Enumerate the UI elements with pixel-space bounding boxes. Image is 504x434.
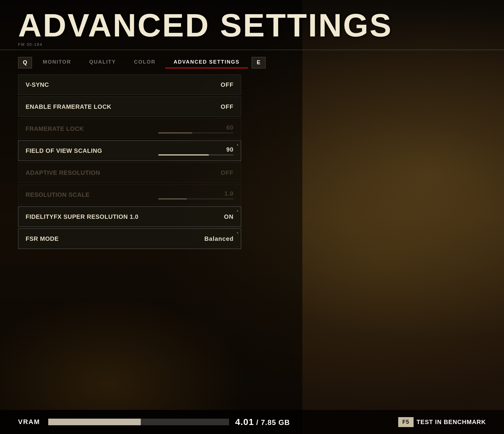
- tab-advanced-settings[interactable]: ADVANCED SETTINGS: [165, 57, 248, 68]
- fsr-star: *: [237, 231, 238, 236]
- setting-fidelityfx-sr[interactable]: FidelityFX Super Resolution 1.0 ON *: [18, 206, 241, 227]
- setting-adaptive-resolution: Adaptive Resolution OFF: [18, 162, 241, 183]
- fov-scaling-right: 90: [149, 146, 234, 156]
- f5-key[interactable]: F5: [398, 417, 414, 427]
- vram-bar-track: [48, 419, 229, 425]
- framerate-lock-slider-fill: [158, 132, 192, 134]
- fov-scaling-slider-fill: [158, 154, 209, 156]
- framerate-lock-value: 60: [226, 124, 234, 131]
- vram-numbers: 4.01 / 7.85 GB: [235, 417, 290, 427]
- vram-bar-fill: [48, 419, 141, 425]
- vsync-label: V-Sync: [26, 81, 49, 88]
- benchmark-button[interactable]: F5 Test in Benchmark: [398, 417, 486, 427]
- setting-resolution-scale: Resolution Scale 1.0: [18, 184, 241, 205]
- tab-e-icon[interactable]: E: [252, 57, 266, 68]
- resolution-scale-right: 1.0: [149, 190, 234, 200]
- tab-color[interactable]: COLOR: [126, 57, 164, 68]
- benchmark-label: Test in Benchmark: [417, 419, 486, 426]
- resolution-scale-slider-fill: [158, 198, 187, 200]
- fidelityfx-star: *: [237, 209, 238, 214]
- e-icon-label: E: [257, 59, 260, 66]
- q-icon-label: Q: [23, 59, 27, 66]
- vram-label: VRAM: [18, 418, 42, 426]
- fov-scaling-slider[interactable]: [158, 154, 234, 156]
- setting-fsr-mode[interactable]: FSR Mode Balanced *: [18, 228, 241, 249]
- adaptive-resolution-label: Adaptive Resolution: [26, 169, 100, 176]
- resolution-scale-value: 1.0: [224, 190, 234, 197]
- setting-fov-scaling[interactable]: Field Of View Scaling 90 *: [18, 140, 241, 161]
- fidelityfx-sr-right: ON: [149, 213, 234, 220]
- vram-current: 4.01: [235, 417, 254, 427]
- tabs-bar: Q MONITOR QUALITY COLOR ADVANCED SETTING…: [0, 50, 504, 68]
- vsync-value: OFF: [221, 81, 234, 88]
- framerate-lock-enable-value: OFF: [221, 103, 234, 110]
- fsr-mode-value: Balanced: [204, 235, 234, 242]
- page-title: ADVANCED SETTINGS: [18, 9, 486, 42]
- fidelityfx-sr-label: FidelityFX Super Resolution 1.0: [26, 213, 138, 220]
- setting-framerate-lock: Framerate Lock 60: [18, 118, 241, 139]
- tab-monitor[interactable]: MONITOR: [34, 57, 80, 68]
- adaptive-resolution-right: OFF: [149, 169, 234, 176]
- vsync-right: OFF: [149, 81, 234, 88]
- fov-star: *: [237, 143, 238, 148]
- settings-panel: V-Sync OFF Enable Framerate Lock OFF Fra…: [0, 74, 259, 249]
- framerate-lock-enable-right: OFF: [149, 103, 234, 110]
- fidelityfx-sr-value: ON: [224, 213, 234, 220]
- fsr-mode-right: Balanced: [149, 235, 234, 242]
- header: ADVANCED SETTINGS FM 30-184: [0, 0, 504, 50]
- framerate-lock-slider: [158, 132, 234, 134]
- fsr-mode-label: FSR Mode: [26, 235, 59, 242]
- adaptive-resolution-value: OFF: [221, 169, 234, 176]
- tab-q-icon[interactable]: Q: [18, 57, 32, 68]
- framerate-lock-enable-label: Enable Framerate Lock: [26, 103, 112, 110]
- tab-quality[interactable]: QUALITY: [81, 57, 124, 68]
- vram-separator: /: [256, 418, 259, 426]
- scene-art: [0, 283, 271, 410]
- framerate-lock-label: Framerate Lock: [26, 125, 84, 132]
- main-content: ADVANCED SETTINGS FM 30-184 Q MONITOR QU…: [0, 0, 504, 434]
- resolution-scale-slider: [158, 198, 234, 200]
- bottom-bar: VRAM 4.01 / 7.85 GB F5 Test in Benchmark: [0, 410, 504, 434]
- vram-total: 7.85 GB: [261, 418, 290, 426]
- setting-framerate-lock-enable[interactable]: Enable Framerate Lock OFF: [18, 96, 241, 117]
- fov-scaling-value: 90: [226, 146, 234, 153]
- setting-vsync[interactable]: V-Sync OFF: [18, 74, 241, 95]
- fov-scaling-label: Field Of View Scaling: [26, 147, 102, 154]
- framerate-lock-right: 60: [149, 124, 234, 134]
- resolution-scale-label: Resolution Scale: [26, 191, 90, 198]
